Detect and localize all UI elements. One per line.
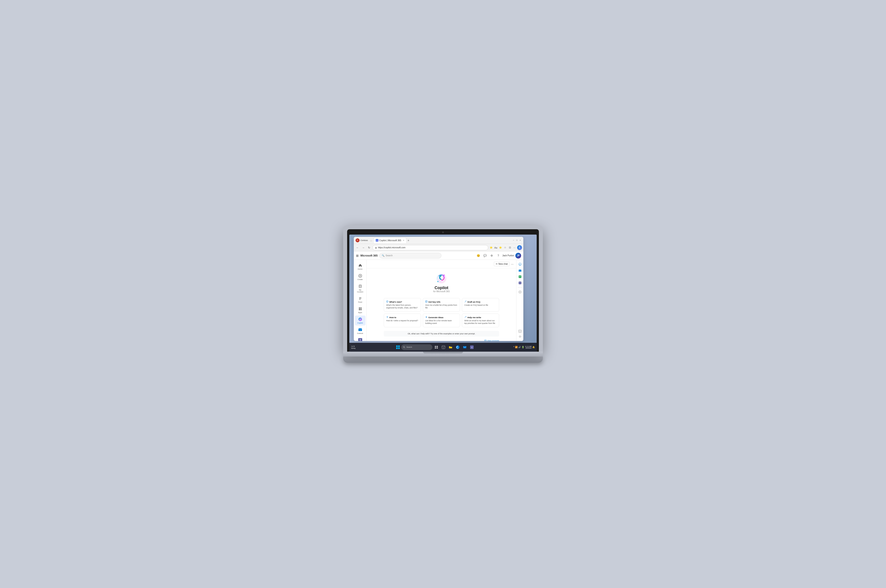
sidebar-feed-label: Feed — [358, 302, 362, 303]
svg-text:C: C — [360, 318, 361, 321]
copilot-title: Copilot — [435, 286, 448, 290]
emoji-icon[interactable]: 😊 — [475, 253, 481, 258]
svg-point-57 — [519, 336, 520, 337]
taskbar-clock[interactable]: 11:11 AM 4/9/2024 — [525, 346, 531, 349]
apps-icon — [358, 306, 363, 311]
edge-browser-button[interactable] — [454, 344, 461, 350]
svg-rect-61 — [396, 347, 398, 349]
new-chat-label: New chat — [498, 263, 508, 265]
svg-rect-6 — [359, 285, 361, 288]
widgets-button[interactable] — [440, 344, 447, 350]
read-aloud-icon[interactable]: Aa — [494, 246, 498, 250]
edge-profile-icon[interactable]: E — [517, 245, 522, 250]
svg-point-58 — [519, 336, 521, 338]
minimize-button[interactable]: − — [512, 239, 515, 242]
outlook-taskbar-button[interactable] — [462, 344, 468, 350]
edge-planner-icon[interactable] — [517, 274, 523, 279]
taskview-button[interactable] — [433, 344, 439, 350]
weather-condition: Sunny — [351, 347, 355, 349]
svg-point-34 — [387, 316, 388, 317]
edge-layout-icon[interactable] — [517, 328, 523, 334]
sidebar-item-teams[interactable]: T Teams — [355, 336, 366, 341]
browser-menu-icon[interactable]: ··· — [513, 246, 516, 250]
copilot-content-area: ✏ New chat ··· — [367, 260, 516, 341]
prompt-card-how-to[interactable]: How to How do I write a request for prop… — [384, 314, 421, 327]
collections-icon[interactable]: ☆ — [503, 246, 507, 250]
card-draft-faq-desc: Create an FAQ based on file — [464, 304, 497, 307]
home-icon — [358, 263, 363, 268]
wifi-icon[interactable]: 📶 — [515, 346, 517, 348]
taskbar-system-tray: ^ 📶 🔊 🔋 11:11 AM 4/9/2024 🔔 — [513, 346, 535, 349]
new-tab-button[interactable]: + — [408, 238, 409, 242]
prompt-card-draft-faq[interactable]: Draft an FAQ Create an FAQ based on file — [462, 298, 499, 312]
sidebar-home-label: Home — [358, 268, 363, 270]
svg-rect-36 — [484, 340, 486, 341]
sidebar-item-feed[interactable]: Feed — [355, 295, 366, 304]
help-icon[interactable]: ? — [496, 253, 501, 258]
sidebar-item-home[interactable]: Home — [355, 262, 366, 272]
tab-close-button[interactable]: × — [403, 239, 404, 242]
card-generate-ideas-title: Generate ideas — [425, 316, 458, 319]
left-sidebar: Home — [354, 260, 367, 341]
forward-button[interactable]: → — [361, 245, 366, 250]
extensions-icon[interactable]: ⊡ — [508, 246, 512, 250]
sidebar-item-copilot[interactable]: C Copilot — [355, 315, 366, 326]
browser-active-tab[interactable]: Copilot | Microsoft 365 × — [373, 237, 407, 243]
svg-rect-31 — [426, 301, 427, 302]
taskbar: 71°F Sunny — [349, 343, 537, 352]
sidebar-item-create[interactable]: Create — [355, 272, 366, 282]
back-button[interactable]: ← — [355, 245, 360, 250]
settings-icon[interactable]: ⚙ — [489, 253, 494, 258]
contoso-profile[interactable]: C Contoso — [355, 238, 368, 242]
prompt-cards-grid: What's new? What's the latest from perso… — [384, 298, 499, 327]
svg-point-1 — [376, 239, 378, 242]
prompt-card-get-key-info[interactable]: Get key info Give me a bullet list of ke… — [423, 298, 460, 312]
search-icon: 🔍 — [382, 254, 384, 257]
share-icon[interactable]: ⭐ — [498, 246, 502, 250]
sidebar-item-mycontent[interactable]: My Content — [355, 282, 366, 294]
taskbar-weather: 71°F Sunny — [351, 345, 355, 349]
chat-icon[interactable]: 💬 — [482, 253, 487, 258]
sidebar-item-outlook[interactable]: Outlook — [355, 326, 366, 336]
browser-titlebar: C Contoso — [354, 237, 523, 244]
teams-taskbar-button[interactable]: T — [469, 344, 475, 350]
svg-rect-14 — [359, 309, 360, 310]
taskbar-search-box[interactable]: Search — [401, 344, 432, 350]
new-chat-button[interactable]: ✏ New chat — [494, 262, 510, 266]
svg-point-30 — [387, 302, 388, 302]
file-explorer-button[interactable] — [447, 344, 454, 350]
maximize-button[interactable]: □ — [516, 239, 518, 242]
start-button[interactable] — [396, 345, 400, 350]
sidebar-item-apps[interactable]: Apps — [355, 305, 366, 315]
edge-outlook-icon[interactable] — [517, 268, 523, 273]
volume-icon[interactable]: 🔊 — [518, 346, 521, 348]
waffle-menu-icon[interactable]: ⊞ — [356, 254, 359, 257]
refresh-button[interactable]: ↻ — [367, 245, 372, 250]
view-prompts-button[interactable]: View prompts — [484, 340, 499, 341]
edge-add-icon[interactable] — [517, 290, 523, 295]
battery-icon[interactable]: 🔋 — [522, 346, 524, 348]
prompt-card-generate-ideas[interactable]: Generate ideas List ideas for a fun remo… — [423, 314, 460, 327]
contoso-avatar: C — [355, 238, 360, 242]
svg-text:C: C — [519, 264, 520, 266]
clock-time: 11:11 AM — [525, 346, 531, 347]
chevron-up-icon[interactable]: ^ — [513, 346, 514, 348]
prompt-card-whats-new[interactable]: What's new? What's the latest from perso… — [384, 298, 421, 312]
copilot-logo-icon — [436, 273, 447, 284]
laptop-bottom — [343, 357, 543, 363]
edge-copilot-icon[interactable]: C — [517, 262, 523, 267]
edge-settings-icon[interactable] — [517, 334, 523, 339]
close-button[interactable]: × — [519, 239, 522, 242]
user-avatar[interactable]: JP — [515, 253, 521, 258]
more-options-button[interactable]: ··· — [511, 262, 514, 266]
user-name: Jack Purton — [502, 254, 514, 257]
address-bar[interactable]: https://copilot.microsoft.com — [372, 245, 488, 250]
m365-search-box[interactable]: 🔍 Search — [379, 253, 441, 258]
edge-teams-icon[interactable]: T — [517, 280, 523, 286]
svg-rect-13 — [360, 308, 361, 309]
prompt-card-help-write[interactable]: Help me write Write an email to my team … — [462, 314, 499, 327]
favorites-icon[interactable]: ⭐ — [489, 246, 493, 250]
view-prompts-label: View prompts — [487, 340, 499, 341]
notification-icon[interactable]: 🔔 — [532, 346, 535, 348]
card-get-key-desc: Give me a bullet list of key points from… — [425, 304, 458, 309]
